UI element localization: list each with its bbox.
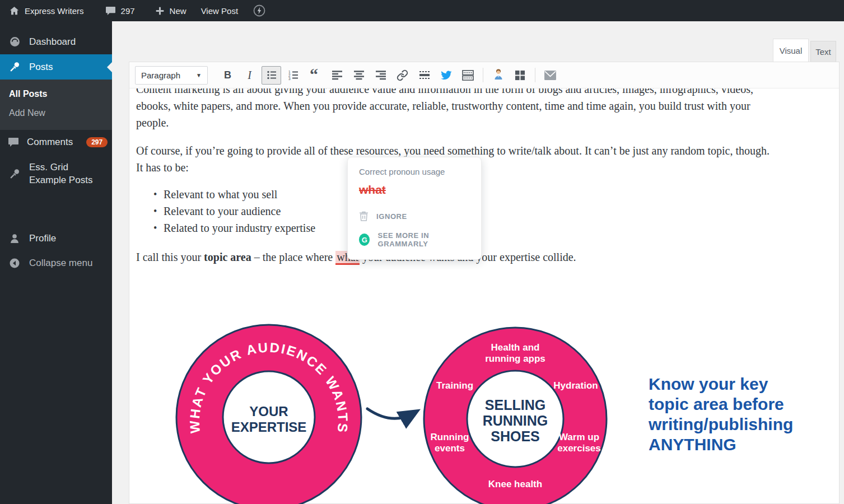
italic-button[interactable]: I — [239, 66, 260, 85]
site-menu[interactable]: Express Writers — [0, 0, 91, 21]
svg-text:“: “ — [310, 69, 318, 81]
layout-grid-button[interactable] — [509, 66, 531, 85]
chevron-down-icon: ▼ — [196, 72, 202, 78]
align-left-button[interactable] — [326, 66, 348, 85]
sidebar-label-profile: Profile — [29, 233, 56, 244]
ring-label: Running — [431, 432, 469, 442]
grammarly-suggestion[interactable]: what — [359, 183, 470, 197]
user-shortcode-button[interactable] — [487, 66, 509, 85]
dashboard-icon — [8, 36, 21, 48]
view-post-link[interactable]: View Post — [194, 0, 245, 21]
align-left-icon — [332, 69, 343, 81]
email-button[interactable] — [539, 66, 561, 85]
arrow-icon — [367, 409, 413, 418]
admin-comments-link[interactable]: 297 — [98, 0, 142, 21]
comments-icon — [8, 137, 19, 147]
ring-label: Health and — [491, 342, 540, 353]
admin-comment-count: 297 — [121, 6, 135, 16]
see-more-label: SEE MORE IN GRAMMARLY — [377, 231, 470, 248]
sidebar-item-profile[interactable]: Profile — [0, 226, 112, 251]
audience-wants-donut: WHAT YOUR AUDIENCE WANTS YOUR EXPERTISE — [176, 325, 361, 504]
wordpress-editor-page: Express Writers 297 New View Post — [0, 0, 844, 504]
toolbar-toggle-button[interactable] — [457, 66, 479, 85]
insert-link-button[interactable] — [391, 66, 413, 85]
diagram-caption: Know your keytopic area beforewriting/pu… — [649, 374, 793, 455]
p3-prefix: I call this your — [136, 251, 204, 263]
sidebar-label-posts: Posts — [29, 62, 53, 73]
align-center-icon — [353, 69, 365, 81]
grid-icon — [515, 70, 525, 81]
ring-label: running apps — [485, 353, 545, 364]
tab-text[interactable]: Text — [810, 41, 836, 62]
sidebar-item-collapse-menu[interactable]: Collapse menu — [0, 251, 112, 276]
toolbar-separator — [535, 68, 535, 82]
ignore-label: IGNORE — [376, 212, 407, 221]
grammarly-ignore-button[interactable]: IGNORE — [359, 211, 470, 222]
sidebar-label-collapse: Collapse menu — [29, 258, 92, 269]
pushpin-icon — [8, 61, 21, 73]
twitter-button[interactable] — [435, 66, 457, 85]
link-icon — [397, 69, 408, 81]
trash-icon — [359, 211, 369, 222]
plus-icon — [155, 6, 165, 16]
envelope-icon — [544, 70, 557, 81]
comment-bubble-icon — [105, 6, 116, 16]
right-center-line: RUNNING — [483, 413, 548, 428]
tab-visual[interactable]: Visual — [773, 39, 809, 62]
paragraph-format-select[interactable]: Paragraph ▼ — [135, 66, 208, 85]
numbered-list-icon: 1 2 3 — [288, 69, 299, 81]
align-right-button[interactable] — [370, 66, 391, 85]
new-content-link[interactable]: New — [148, 0, 194, 21]
ring-label: Hydration — [553, 380, 598, 391]
editor-toolbar: Paragraph ▼ B I 1 2 3 — [129, 62, 839, 88]
sidebar-item-comments[interactable]: Comments 297 — [0, 130, 112, 155]
performance-menu[interactable] — [245, 0, 273, 21]
svg-text:3: 3 — [288, 77, 291, 81]
editor-content-area[interactable]: Content marketing is all about giving yo… — [129, 81, 839, 265]
align-right-icon — [375, 69, 386, 81]
submenu-all-posts[interactable]: All Posts — [0, 85, 112, 104]
p3-bold-topic-area: topic area — [204, 251, 251, 263]
keyboard-icon — [462, 69, 474, 81]
sidebar-label-dashboard: Dashboard — [29, 36, 76, 48]
left-center-line: EXPERTISE — [231, 419, 307, 435]
view-post-label: View Post — [201, 6, 238, 16]
read-more-button[interactable] — [413, 66, 435, 85]
admin-sidebar: Dashboard Posts All Posts Add New Commen… — [0, 21, 112, 504]
align-center-button[interactable] — [348, 66, 370, 85]
admin-bar: Express Writers 297 New View Post — [0, 0, 844, 21]
pushpin-icon — [8, 168, 21, 180]
sidebar-label-comments: Comments — [27, 137, 73, 148]
grammarly-icon: G — [359, 234, 370, 246]
right-center-line: SELLING — [485, 397, 545, 413]
bullet-list-button[interactable] — [262, 66, 281, 85]
ring-label: exercises — [557, 443, 601, 454]
bolt-circle-icon — [253, 4, 266, 17]
toolbar-separator — [483, 68, 483, 82]
user-icon — [8, 233, 21, 244]
twitter-icon — [440, 69, 452, 81]
grammarly-title: Correct pronoun usage — [359, 167, 470, 176]
site-name: Express Writers — [25, 6, 84, 16]
posts-submenu: All Posts Add New — [0, 80, 112, 130]
ring-label: Knee health — [488, 479, 542, 489]
numbered-list-button[interactable]: 1 2 3 — [282, 66, 304, 85]
selling-running-shoes-donut: Health and running apps Training Hydrati… — [424, 328, 607, 504]
sidebar-item-ess-grid[interactable]: Ess. Grid Example Posts — [0, 155, 112, 194]
person-icon — [492, 69, 505, 81]
blockquote-button[interactable]: “ — [304, 66, 326, 85]
sidebar-item-posts[interactable]: Posts — [0, 54, 112, 80]
bullet-list-icon — [266, 69, 277, 81]
ring-label: Training — [436, 380, 473, 391]
sidebar-item-dashboard[interactable]: Dashboard — [0, 29, 112, 54]
home-icon — [9, 6, 20, 16]
ring-label: Warm up — [559, 432, 599, 442]
right-center-line: SHOES — [491, 428, 540, 444]
ring-label: events — [435, 443, 465, 454]
blockquote-icon: “ — [309, 69, 321, 81]
sidebar-label-ess-grid: Ess. Grid Example Posts — [29, 161, 103, 187]
grammarly-see-more-button[interactable]: G SEE MORE IN GRAMMARLY — [359, 231, 470, 248]
bold-button[interactable]: B — [217, 66, 239, 85]
read-more-icon — [419, 69, 430, 81]
submenu-add-new[interactable]: Add New — [0, 104, 112, 123]
